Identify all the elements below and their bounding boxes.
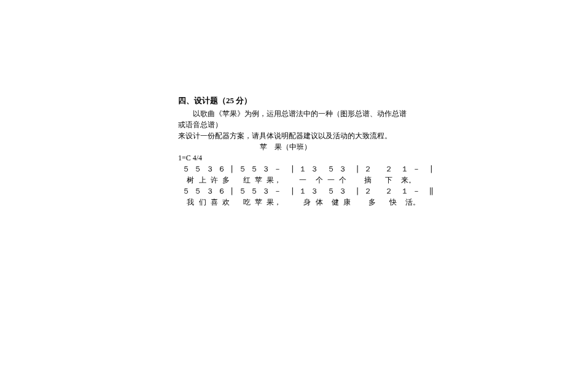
prompt-text-line1: 以歌曲《苹果》为例，运用总谱法中的一种（图形总谱、动作总谱或语音总谱） — [178, 108, 411, 130]
score-line-1: ５ ５ ３ ６ | ５ ５ ３ － | １ ３ ５ ３ | ２ ２ １ － | — [178, 163, 411, 174]
section-title: 四、设计题（25 分） — [178, 95, 411, 107]
lyric-line-1: 树 上 许 多 红 苹 果， 一 个 一 个 摘 下 来。 — [178, 174, 411, 186]
lyric-line-2: 我 们 喜 欢 吃 苹 果， 身 体 健 康 多 快 活。 — [178, 197, 411, 208]
key-time-signature: 1=C 4/4 — [178, 152, 411, 163]
document-body: 四、设计题（25 分） 以歌曲《苹果》为例，运用总谱法中的一种（图形总谱、动作总… — [0, 0, 565, 208]
prompt-text-line2: 来设计一份配器方案，请具体说明配器建议以及活动的大致流程。 — [178, 130, 411, 141]
song-title: 苹 果（中班） — [160, 141, 411, 152]
score-line-2: ５ ５ ３ ６ | ５ ５ ３ － | １ ３ ５ ３ | ２ ２ １ － ‖ — [178, 186, 411, 197]
